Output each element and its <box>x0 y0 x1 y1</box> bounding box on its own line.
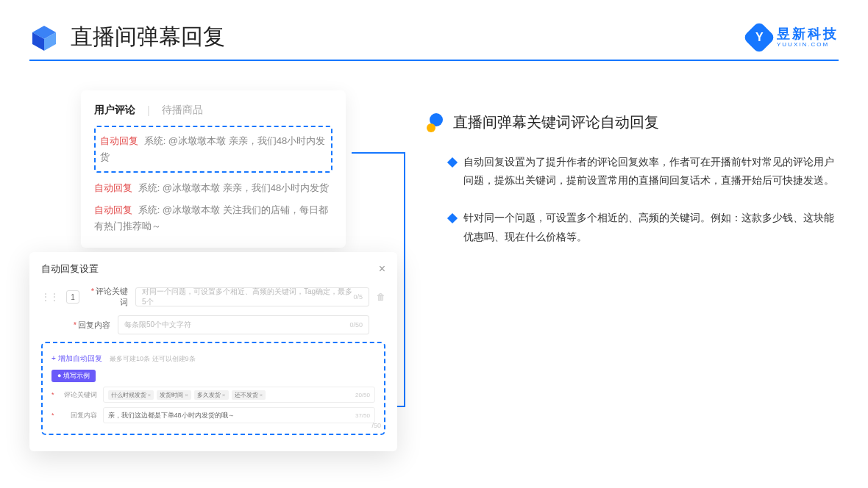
tag-item: 多久发货× <box>194 390 229 400</box>
left-illustration: 用户评论 | 待播商品 自动回复 系统: @冰墩墩本墩 亲亲，我们48小时内发货… <box>29 90 397 265</box>
auto-reply-tag: 自动回复 <box>94 204 132 215</box>
bullet-text: 自动回复设置为了提升作者的评论回复效率，作者可在开播前针对常见的评论用户问题，提… <box>463 153 839 190</box>
highlighted-comment: 自动回复 系统: @冰墩墩本墩 亲亲，我们48小时内发货 <box>94 126 332 173</box>
auto-reply-modal: 自动回复设置 × ⋮⋮ 1 *评论关键词 对同一个问题，可设置多个相近、高频的关… <box>29 252 397 451</box>
add-hint: 最多可建10条 还可以创建9条 <box>110 355 196 362</box>
page-header: 直播间弹幕回复 Y 昱新科技 YUUXIN.COM <box>0 0 868 60</box>
section-title: 直播间弹幕关键词评论自动回复 <box>453 112 659 132</box>
cube-icon <box>29 23 59 52</box>
header-left: 直播间弹幕回复 <box>29 22 225 52</box>
tabs: 用户评论 | 待播商品 <box>94 104 332 117</box>
comment-text: 系统: @冰墩墩本墩 亲亲，我们48小时内发货 <box>138 182 330 193</box>
example-content-label: 回复内容 <box>62 411 97 420</box>
keyword-input[interactable]: 对同一个问题，可设置多个相近、高频的关键词，Tag确定，最多5个 0/5 <box>135 287 369 306</box>
tag-item: 发货时间× <box>157 390 191 400</box>
page-title: 直播间弹幕回复 <box>71 22 225 52</box>
content-input[interactable]: 每条限50个中文字符 0/50 <box>118 315 369 334</box>
example-badge: ● 填写示例 <box>51 370 96 382</box>
keyword-label: 评论关键词 <box>96 287 128 306</box>
auto-reply-tag: 自动回复 <box>100 135 138 146</box>
example-content-row: * 回复内容 亲，我们这边都是下单48小时内发货的哦～ 37/50 <box>51 407 375 423</box>
comment-row: 自动回复 系统: @冰墩墩本墩 关注我们的店铺，每日都有热门推荐呦～ <box>94 202 332 234</box>
example-area: + 增加自动回复 最多可建10条 还可以创建9条 ● 填写示例 * 评论关键词 … <box>41 342 385 435</box>
close-icon[interactable]: × <box>379 262 385 276</box>
diamond-icon <box>447 213 458 223</box>
logo-text-cn: 昱新科技 <box>777 27 839 40</box>
tab-pending-goods[interactable]: 待播商品 <box>162 104 203 117</box>
modal-title: 自动回复设置 <box>41 262 99 276</box>
add-auto-reply-link[interactable]: + 增加自动回复 <box>51 354 102 362</box>
index-badge: 1 <box>66 290 79 304</box>
diamond-icon <box>447 157 458 168</box>
logo-text-en: YUUXIN.COM <box>777 42 839 48</box>
logo-diamond-icon: Y <box>742 21 775 54</box>
tag-item: 什么时候发货× <box>108 390 154 400</box>
right-content: 直播间弹幕关键词评论自动回复 自动回复设置为了提升作者的评论回复效率，作者可在开… <box>427 90 839 265</box>
example-keyword-input[interactable]: 什么时候发货× 发货时间× 多久发货× 还不发货× 20/50 <box>103 387 375 403</box>
comments-panel: 用户评论 | 待播商品 自动回复 系统: @冰墩墩本墩 亲亲，我们48小时内发货… <box>81 90 346 248</box>
section-header: 直播间弹幕关键词评论自动回复 <box>427 112 839 132</box>
bullet-item: 自动回复设置为了提升作者的评论回复效率，作者可在开播前针对常见的评论用户问题，提… <box>427 153 839 190</box>
tab-divider: | <box>147 104 150 116</box>
content-label: 回复内容 <box>78 320 110 329</box>
example-content-input[interactable]: 亲，我们这边都是下单48小时内发货的哦～ 37/50 <box>103 407 375 423</box>
brand-logo: Y 昱新科技 YUUXIN.COM <box>747 26 839 49</box>
auto-reply-tag: 自动回复 <box>94 182 132 193</box>
section-icon <box>427 113 446 132</box>
delete-icon[interactable]: 🗑 <box>377 292 385 302</box>
content-row: *回复内容 每条限50个中文字符 0/50 <box>41 315 385 334</box>
comment-row: 自动回复 系统: @冰墩墩本墩 亲亲，我们48小时内发货 <box>94 180 332 196</box>
bullet-text: 针对同一个问题，可设置多个相近的、高频的关键词。例如：这款多少钱、这块能优惠吗、… <box>463 209 839 245</box>
tag-item: 还不发货× <box>232 390 266 400</box>
keyword-row: ⋮⋮ 1 *评论关键词 对同一个问题，可设置多个相近、高频的关键词，Tag确定，… <box>41 286 385 308</box>
extra-count: /50 <box>371 422 381 429</box>
example-keyword-row: * 评论关键词 什么时候发货× 发货时间× 多久发货× 还不发货× 20/50 <box>51 387 375 403</box>
bullet-item: 针对同一个问题，可设置多个相近的、高频的关键词。例如：这款多少钱、这块能优惠吗、… <box>427 209 839 245</box>
drag-handle-icon[interactable]: ⋮⋮ <box>41 292 59 302</box>
example-keyword-label: 评论关键词 <box>62 390 97 400</box>
tab-user-comments[interactable]: 用户评论 <box>94 104 135 117</box>
